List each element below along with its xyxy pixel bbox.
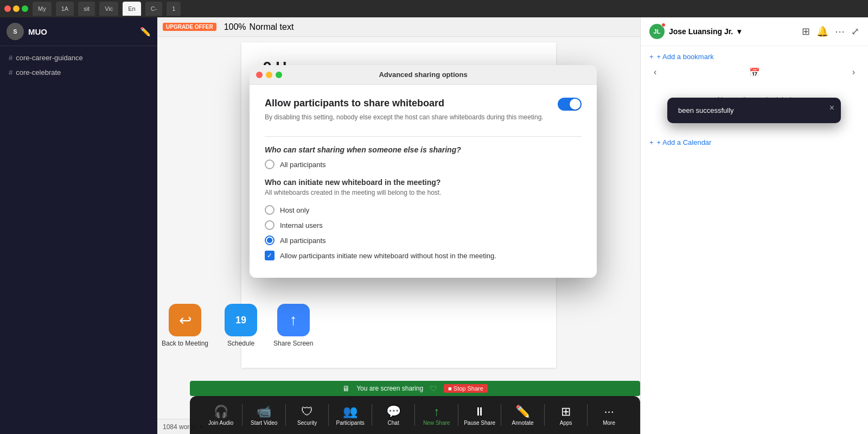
radio-host-only[interactable]: Host only — [265, 205, 582, 215]
whiteboard-title: Allow participants to share whiteboard — [265, 98, 549, 109]
initiate-title: Who can initiate new whiteboard in the m… — [265, 178, 582, 187]
toggle-knob — [570, 99, 580, 110]
sharing-question: Who can start sharing when someone else … — [265, 145, 582, 154]
modal-title: Advanced sharing options — [379, 71, 467, 79]
modal-overlay: Advanced sharing options Allow participa… — [0, 0, 868, 434]
radio-circle-1 — [265, 159, 275, 169]
notification-text: been successfully — [678, 106, 734, 114]
whiteboard-desc: By disabling this setting, nobody else e… — [265, 113, 549, 121]
modal-body: Allow participants to share whiteboard B… — [250, 85, 597, 278]
modal-minimize-btn[interactable] — [266, 72, 272, 78]
checkbox-checked: ✓ — [265, 251, 275, 260]
initiate-desc: All whiteboards created in the meeting w… — [265, 189, 582, 196]
radio-all-circle — [265, 235, 275, 245]
radio-host-circle — [265, 205, 275, 215]
radio-all-participants-2[interactable]: All participants — [265, 235, 582, 245]
modal-titlebar: Advanced sharing options — [250, 65, 597, 85]
window-controls — [256, 72, 282, 78]
radio-label-1: All participants — [280, 161, 326, 169]
close-icon[interactable]: × — [829, 103, 834, 113]
allow-checkbox-row[interactable]: ✓ Allow participants initiate new whiteb… — [265, 251, 582, 260]
radio-internal-circle — [265, 220, 275, 230]
radio-all-participants-1[interactable]: All participants — [265, 159, 582, 169]
divider — [265, 136, 582, 137]
whiteboard-toggle[interactable] — [558, 98, 582, 111]
radio-host-label: Host only — [280, 206, 309, 214]
radio-inner-dot — [267, 238, 272, 243]
radio-all-label: All participants — [280, 237, 326, 245]
whiteboard-toggle-row: Allow participants to share whiteboard B… — [265, 98, 582, 130]
checkbox-label: Allow participants initiate new whiteboa… — [280, 252, 496, 260]
whiteboard-initiate-section: Who can initiate new whiteboard in the m… — [265, 178, 582, 260]
notification-popup: × been successfully — [667, 98, 841, 123]
radio-internal-users[interactable]: Internal users — [265, 220, 582, 230]
radio-internal-label: Internal users — [280, 221, 323, 229]
modal-fullscreen-btn[interactable] — [276, 72, 282, 78]
toggle-text-block: Allow participants to share whiteboard B… — [265, 98, 558, 130]
advanced-sharing-modal: Advanced sharing options Allow participa… — [250, 65, 597, 278]
check-icon: ✓ — [267, 252, 272, 259]
modal-close-btn[interactable] — [256, 72, 263, 78]
